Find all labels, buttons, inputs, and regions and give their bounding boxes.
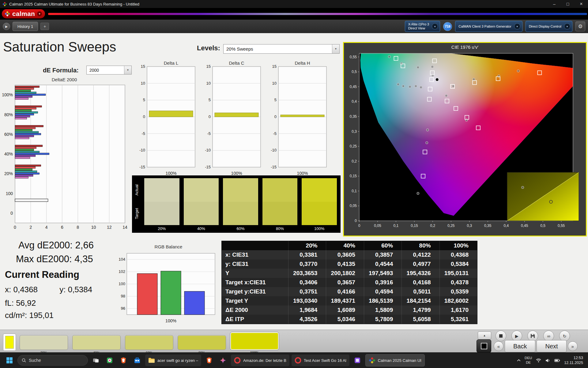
measurement-table: 20%40%60%80%100%x: CIE310,33810,36050,38… <box>221 241 477 324</box>
pattern-swatch-button[interactable]: 60% <box>125 335 173 355</box>
svg-text:80%: 80% <box>4 112 13 117</box>
display-control-label: Direct Display Control <box>529 25 561 28</box>
pattern-swatch-button[interactable]: 40% <box>72 335 121 355</box>
cie-chart-panel: CIE 1976 u'v' 0,550,50,450,40,350,30,250… <box>343 42 587 236</box>
taskbar-photos-button[interactable] <box>104 355 115 366</box>
svg-text:0,3: 0,3 <box>352 129 357 134</box>
deltae-chart-title: DeltaE 2000 <box>29 77 100 82</box>
value-cell: 0,4368 <box>440 250 477 259</box>
svg-text:5: 5 <box>274 98 277 102</box>
chevron-down-icon: ▼ <box>432 23 438 29</box>
stop-pattern-button[interactable] <box>477 339 491 353</box>
next-button[interactable]: Next <box>537 340 566 352</box>
tray-chevron-icon[interactable] <box>517 359 521 362</box>
svg-text:40%: 40% <box>4 151 13 156</box>
svg-text:-15: -15 <box>205 165 211 169</box>
swatch-level-label: 20% <box>144 225 179 232</box>
maximize-button[interactable]: □ <box>561 0 575 8</box>
titlebar: Calman 2025 Calman Ultimate for Business… <box>0 0 588 8</box>
value-cell: 0,3406 <box>288 278 326 287</box>
explorer-icon <box>148 357 155 364</box>
taskbar-calman-window[interactable]: Calman 2025 Calman UI <box>365 354 425 366</box>
clock[interactable]: 12:53 12.11.2025 <box>564 355 583 366</box>
play-button[interactable]: ▶ <box>511 331 522 341</box>
history-nav-button[interactable]: ▶ <box>3 23 10 30</box>
close-button[interactable]: × <box>575 0 588 8</box>
column-header: 60% <box>364 241 402 250</box>
minimize-button[interactable]: – <box>548 0 561 8</box>
taskbar-search[interactable]: Suche <box>17 355 88 366</box>
svg-text:20%: 20% <box>4 171 13 176</box>
back-chevron-icon[interactable]: « <box>494 341 503 351</box>
svg-text:Delta C: Delta C <box>229 61 244 66</box>
taskbar-brave-button[interactable] <box>118 355 129 366</box>
pattern-swatch-button[interactable]: 20% <box>20 335 68 355</box>
svg-text:Delta H: Delta H <box>295 61 310 66</box>
svg-text:Delta L: Delta L <box>164 61 179 66</box>
value-cell: 0,3605 <box>326 250 364 259</box>
stop-button[interactable] <box>496 331 506 341</box>
meter-count-badge[interactable]: 718 <box>443 22 452 31</box>
meter-line2: Direct View <box>408 26 429 30</box>
gear-icon[interactable]: ⚙ <box>575 21 585 31</box>
calman-logo[interactable]: calman ▼ <box>2 9 45 18</box>
max-de-readout: Max dE2000: 4,35 <box>16 254 93 265</box>
taskbar-store-button[interactable] <box>131 355 143 366</box>
actual-target-swatch-panel: ActualTarget20%40%60%80%100% <box>132 175 341 233</box>
levels-select[interactable]: 20% Sweeps ▼ <box>223 44 340 54</box>
link-button[interactable]: ∞ <box>543 331 554 341</box>
value-cell: 1,4799 <box>402 305 439 315</box>
taskbar-explorer-window[interactable]: acer swift go ai ryzen – <box>145 355 201 366</box>
start-button[interactable] <box>4 355 15 366</box>
toolbar: ▶ History 1 + X-Rite i1Pro 3 Direct View… <box>0 20 588 33</box>
taskbar-brave-button[interactable] <box>203 355 215 366</box>
de-formula-select[interactable]: 2000 ▼ <box>86 66 132 75</box>
taskbar-window-label: Calman 2025 Calman UI <box>378 358 421 363</box>
volume-icon[interactable] <box>545 358 550 363</box>
svg-text:0,05: 0,05 <box>350 204 357 208</box>
svg-text:0,4: 0,4 <box>352 99 357 104</box>
save-button[interactable] <box>527 331 538 341</box>
collapse-strip-button[interactable]: ▲ <box>478 332 491 339</box>
svg-text:-10: -10 <box>205 148 211 152</box>
language-indicator[interactable]: DEU DE <box>525 356 532 365</box>
wifi-icon[interactable] <box>536 358 541 362</box>
pattern-strip: 20%40%60%80%100% ▲ ▶ ∞ ↻ « Back Next » <box>0 330 588 352</box>
meter-dropdown[interactable]: X-Rite i1Pro 3 Direct View ▼ <box>405 21 440 32</box>
svg-text:15: 15 <box>272 64 277 69</box>
taskbar-opera-window[interactable]: Amazon.de: Der letzte B <box>231 355 289 366</box>
pattern-swatch-button[interactable]: 80% <box>178 335 226 355</box>
taskbar-opera-window[interactable]: Test Acer Swift Go 16 Al <box>292 355 349 366</box>
svg-text:0,2: 0,2 <box>430 224 435 228</box>
pattern-generator-dropdown[interactable]: CalMAN Client 3 Pattern Generator ▼ <box>455 21 522 32</box>
taskbar-purple-app-button[interactable] <box>352 355 363 366</box>
taskbar-copilot-button[interactable] <box>217 355 229 366</box>
svg-text:0,5: 0,5 <box>352 70 357 74</box>
deltae-bar-chart: 02468101214100%80%60%40%20%1000 <box>0 83 129 231</box>
svg-text:0,35: 0,35 <box>484 224 492 228</box>
taskbar-taskview-button[interactable] <box>90 355 102 366</box>
column-header: 100% <box>440 241 477 250</box>
column-header: 40% <box>326 241 364 250</box>
next-chevron-icon[interactable]: » <box>568 341 578 351</box>
opera-icon <box>234 357 241 364</box>
link-icon: ∞ <box>547 334 550 339</box>
history-tab[interactable]: History 1 <box>13 22 38 31</box>
battery-icon[interactable] <box>554 359 560 362</box>
svg-text:0,3: 0,3 <box>467 224 472 228</box>
svg-text:0,45: 0,45 <box>350 85 357 89</box>
lang-line1: DEU <box>525 356 532 360</box>
column-header: 20% <box>288 241 326 250</box>
value-cell: 1,9684 <box>288 305 326 315</box>
refresh-button[interactable]: ↻ <box>559 331 570 341</box>
logo-caret-icon[interactable]: ▼ <box>37 11 42 16</box>
pattern-swatch <box>230 332 279 350</box>
add-history-button[interactable]: + <box>40 23 49 30</box>
yellow-pattern-button[interactable] <box>3 334 16 351</box>
display-control-dropdown[interactable]: Direct Display Control ▼ <box>526 21 572 32</box>
svg-text:10: 10 <box>141 81 145 86</box>
back-button[interactable]: Back <box>505 340 535 352</box>
table-row: y: CIE310,37700,41350,45440,49770,5384 <box>222 259 477 269</box>
calman-icon <box>369 357 375 364</box>
pattern-swatch-button[interactable]: 100% <box>230 332 279 355</box>
